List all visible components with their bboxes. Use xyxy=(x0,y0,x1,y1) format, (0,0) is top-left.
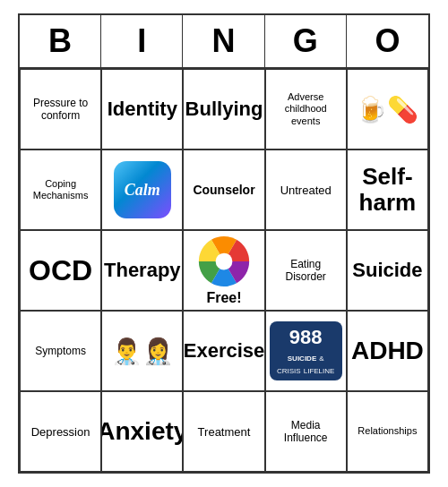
988-badge: 988 SUICIDE & CRISIS LIFELINE xyxy=(270,321,342,380)
header-o: O xyxy=(347,15,428,67)
cell-r3c4: ADHD xyxy=(347,311,428,391)
cell-r0c0: Pressure to conform xyxy=(20,69,101,150)
cell-r2c4: Suicide xyxy=(347,230,428,311)
header-i: I xyxy=(101,15,183,67)
header-g: G xyxy=(265,15,347,67)
cell-r4c0: Depression xyxy=(20,391,101,472)
bingo-grid: Pressure to conform Identity Bullying Ad… xyxy=(20,69,428,472)
cell-r3c2: Exercise xyxy=(183,311,264,391)
calm-app-icon: Calm xyxy=(114,161,171,218)
cell-r1c2: Counselor xyxy=(183,150,264,230)
free-pie-chart xyxy=(195,235,253,288)
cell-r0c3: Adverse childhood events xyxy=(265,69,347,150)
cell-r1c1: Calm xyxy=(101,150,183,230)
doctors-icon: 👨‍⚕️👩‍⚕️ xyxy=(107,322,178,380)
cell-r3c0: Symptoms xyxy=(20,311,101,391)
cell-r2c1: Therapy xyxy=(101,230,183,311)
cell-r4c4: Relationships xyxy=(347,391,428,472)
cell-r1c0: Coping Mechanisms xyxy=(20,150,101,230)
cell-r3c1: 👨‍⚕️👩‍⚕️ xyxy=(101,311,183,391)
cell-r2c2: Free! xyxy=(183,230,264,311)
bingo-header: B I N G O xyxy=(20,15,428,69)
cell-r1c3: Untreated xyxy=(265,150,347,230)
header-n: N xyxy=(183,15,264,67)
cell-r3c3: 988 SUICIDE & CRISIS LIFELINE xyxy=(265,311,347,391)
header-b: B xyxy=(20,15,101,67)
cell-r0c2: Bullying xyxy=(183,69,264,150)
cell-r4c1: Anxiety xyxy=(101,391,183,472)
cell-r4c2: Treatment xyxy=(183,391,264,472)
cell-r4c3: Media Influence xyxy=(265,391,347,472)
alcohol-icon: 🍺💊 xyxy=(356,82,418,136)
cell-r2c0: OCD xyxy=(20,230,101,311)
cell-r1c4: Self-harm xyxy=(347,150,428,230)
cell-r0c1: Identity xyxy=(101,69,183,150)
cell-r0c4: 🍺💊 xyxy=(347,69,428,150)
svg-point-1 xyxy=(216,253,233,270)
cell-r2c3: Eating Disorder xyxy=(265,230,347,311)
bingo-card: B I N G O Pressure to conform Identity B… xyxy=(18,13,430,474)
